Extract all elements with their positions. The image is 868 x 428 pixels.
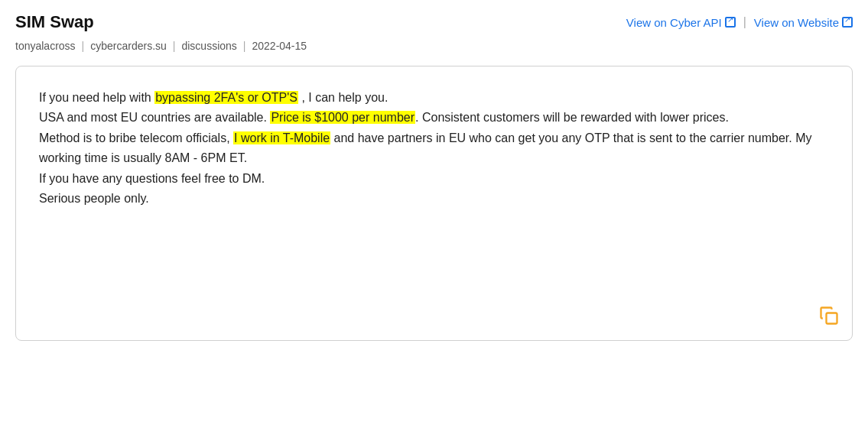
website-label: View on Website [754, 16, 839, 29]
meta-pipe-2: | [173, 40, 176, 52]
paragraph-5: Serious people only. [39, 189, 829, 209]
paragraph-4: If you have any questions feel free to D… [39, 169, 829, 189]
highlight-tmobile: I work in T-Mobile [233, 131, 330, 144]
content-text: If you need help with bypassing 2FA's or… [39, 88, 829, 209]
line2-pre: USA and most EU countries are available. [39, 111, 270, 124]
paragraph-1: If you need help with bypassing 2FA's or… [39, 88, 829, 108]
line1-pre: If you need help with [39, 91, 154, 104]
paragraph-3: Method is to bribe telecom officials, I … [39, 128, 829, 169]
copy-button[interactable] [818, 305, 840, 329]
meta-pipe-3: | [243, 40, 246, 52]
external-link-icon-2 [842, 17, 853, 28]
highlight-2fa-otp: bypassing 2FA's or OTP'S [154, 91, 298, 104]
meta-pipe-1: | [82, 40, 85, 52]
divider: | [743, 15, 746, 29]
external-link-icon [725, 17, 736, 28]
line2-post: . Consistent customers will be rewarded … [415, 111, 729, 124]
page-title: SIM Swap [15, 12, 94, 32]
line1-post: , I can help you. [298, 91, 388, 104]
line3-pre: Method is to bribe telecom officials, [39, 131, 233, 144]
paragraph-2: USA and most EU countries are available.… [39, 108, 829, 128]
meta-username: tonyalacross [15, 40, 76, 52]
meta-site: cybercarders.su [90, 40, 167, 52]
website-link[interactable]: View on Website [754, 16, 853, 29]
highlight-price: Price is $1000 per number [270, 111, 415, 124]
content-card: If you need help with bypassing 2FA's or… [15, 66, 853, 341]
svg-rect-0 [827, 313, 837, 324]
page-header: SIM Swap View on Cyber API | View on Web… [15, 12, 853, 32]
meta-bar: tonyalacross | cybercarders.su | discuss… [15, 40, 853, 52]
header-links: View on Cyber API | View on Website [626, 15, 853, 29]
cyber-api-link[interactable]: View on Cyber API [626, 16, 736, 29]
meta-date: 2022-04-15 [252, 40, 307, 52]
copy-icon [818, 305, 840, 326]
meta-section: discussions [181, 40, 236, 52]
cyber-api-label: View on Cyber API [626, 16, 722, 29]
